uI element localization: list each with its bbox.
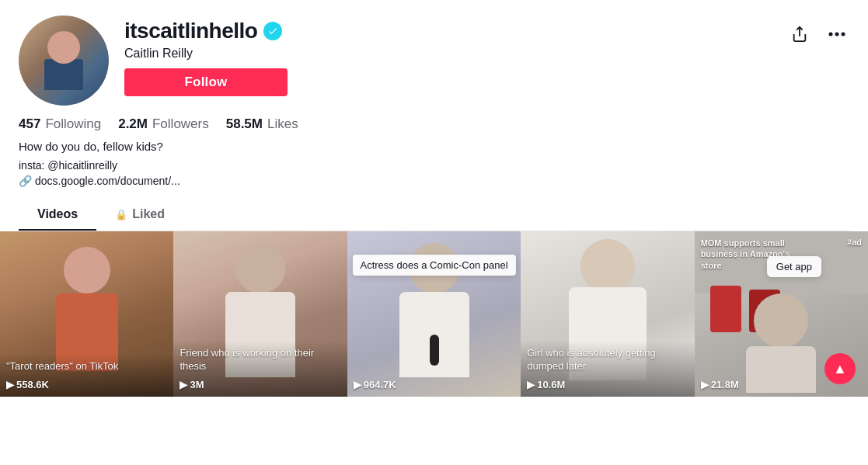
- lock-icon: 🔒: [115, 209, 127, 220]
- tab-liked[interactable]: 🔒 Liked: [96, 200, 183, 231]
- svg-point-3: [842, 33, 845, 36]
- tooltip-bubble-3: Actress does a Comic-Con panel: [353, 255, 516, 276]
- verified-icon: [263, 22, 282, 40]
- share-icon[interactable]: [787, 22, 812, 47]
- get-app-bubble[interactable]: Get app: [767, 256, 821, 277]
- link-icon: 🔗: [19, 175, 32, 187]
- profile-info: itscaitlinhello Caitlin Reilly Follow: [124, 16, 772, 96]
- video-card-1[interactable]: "Tarot readers" on TikTok ▶ 558.6K: [0, 231, 173, 397]
- more-options-icon[interactable]: [824, 22, 849, 47]
- avatar: [19, 16, 109, 106]
- play-icon-3: ▶: [354, 379, 361, 390]
- video-views-2: ▶ 3M: [180, 379, 204, 390]
- doc-link-text: docs.google.com/document/...: [35, 175, 180, 187]
- video-views-5: ▶ 21.8M: [701, 379, 739, 390]
- video-views-3: ▶ 964.7K: [354, 379, 396, 390]
- action-icons: [787, 16, 849, 47]
- videos-grid: "Tarot readers" on TikTok ▶ 558.6K Frien…: [0, 231, 868, 397]
- video-card-3[interactable]: Actress does a Comic-Con panel ▶ 964.7K: [347, 231, 521, 397]
- video-card-2[interactable]: Friend who is working on their thesis ▶ …: [173, 231, 347, 397]
- likes-label: Likes: [267, 116, 298, 132]
- following-count: 457: [19, 116, 40, 132]
- following-label: Following: [45, 116, 101, 132]
- likes-count: 58.5M: [226, 116, 263, 132]
- play-icon-4: ▶: [527, 379, 535, 390]
- insta-link: insta: @hicaitlinreilly: [19, 159, 849, 172]
- video-views-4: ▶ 10.6M: [527, 379, 565, 390]
- followers-count: 2.2M: [118, 116, 148, 132]
- video-views-1: ▶ 558.6K: [6, 379, 49, 390]
- scroll-to-top-button[interactable]: ▲: [824, 353, 856, 384]
- username: itscaitlinhello: [124, 19, 257, 43]
- follow-button[interactable]: Follow: [124, 68, 288, 96]
- stats-row: 457 Following 2.2M Followers 58.5M Likes: [19, 116, 849, 132]
- video-card-4[interactable]: Girl who is absolutely getting dumped la…: [521, 231, 694, 397]
- doc-link[interactable]: 🔗 docs.google.com/document/...: [19, 175, 849, 187]
- username-row: itscaitlinhello: [124, 19, 772, 43]
- followers-label: Followers: [152, 116, 209, 132]
- play-icon-5: ▶: [701, 379, 709, 390]
- video-caption-2: Friend who is working on their thesis: [180, 347, 340, 373]
- tabs-row: Videos 🔒 Liked: [19, 200, 849, 231]
- bio-text: How do you do, fellow kids?: [19, 140, 849, 153]
- play-icon-1: ▶: [6, 379, 14, 390]
- video-caption-1: "Tarot readers" on TikTok: [6, 360, 167, 373]
- video-caption-4: Girl who is absolutely getting dumped la…: [527, 347, 688, 373]
- tab-videos[interactable]: Videos: [19, 200, 96, 231]
- play-icon-2: ▶: [180, 379, 187, 390]
- ad-label: #ad: [847, 238, 862, 247]
- profile-container: itscaitlinhello Caitlin Reilly Follow: [0, 0, 868, 231]
- display-name: Caitlin Reilly: [124, 47, 772, 61]
- svg-point-2: [835, 33, 839, 36]
- svg-point-1: [829, 33, 833, 36]
